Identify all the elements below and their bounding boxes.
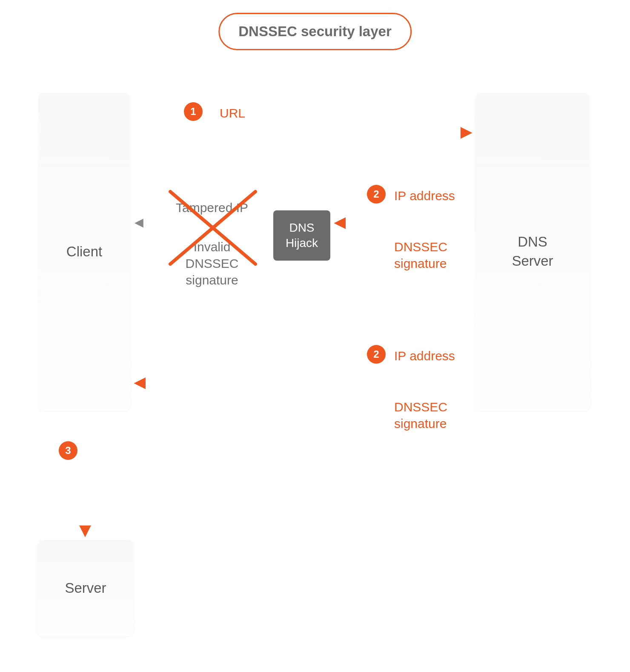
step-badge-1: 1 [184,102,203,121]
label-dnssec-signature-2: DNSSEC signature [394,399,447,432]
node-server: Server [37,540,134,636]
node-dns-hijack-label: DNS Hijack [286,220,318,251]
node-dns-server-label: DNS Server [512,233,553,270]
label-ip-address-1: IP address [394,187,455,204]
node-dns-server: DNS Server [475,93,590,411]
label-invalid-dnssec-signature: Invalid DNSSEC signature [169,238,255,288]
node-client: Client [38,93,130,411]
node-server-label: Server [65,579,106,598]
diagram-title: DNSSEC security layer [218,13,412,50]
diagram-canvas: DNSSEC security layer Client DNS Server … [0,0,630,672]
label-ip-address-2: IP address [394,347,455,364]
label-url: URL [220,105,245,121]
label-dnssec-signature-1: DNSSEC signature [394,238,447,272]
step-badge-2a: 2 [367,185,386,204]
step-badge-3: 3 [59,441,77,460]
node-client-label: Client [66,242,102,261]
node-dns-hijack: DNS Hijack [273,210,330,261]
label-tampered-ip: Tampered IP [165,199,259,216]
step-badge-2b: 2 [367,345,386,364]
